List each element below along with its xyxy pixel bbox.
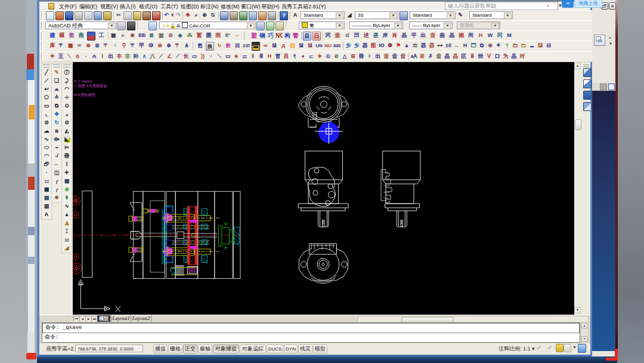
svg-text:5. 1 1dacky: 5. 1 1dacky (74, 79, 92, 83)
svg-text:M 8:图轮模型: M 8:图轮模型 (74, 93, 95, 97)
svg-text:7. 视图 4:分离图案选: 7. 视图 4:分离图案选 (74, 84, 107, 88)
